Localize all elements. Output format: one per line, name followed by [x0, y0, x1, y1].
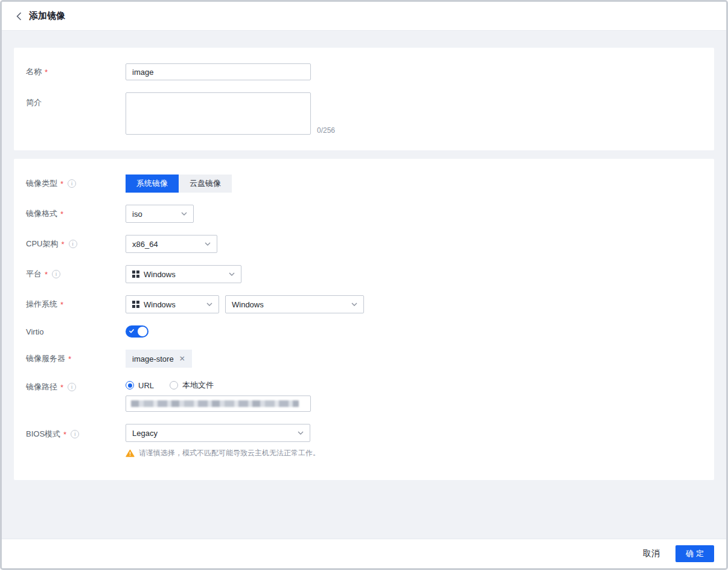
windows-logo-icon [132, 271, 139, 278]
virtio-toggle[interactable] [126, 325, 148, 338]
add-image-page: 添加镜像 名称 * 简介 0/256 [0, 0, 728, 570]
url-input[interactable] [126, 395, 311, 412]
page-header: 添加镜像 [2, 2, 726, 31]
chevron-down-icon [298, 431, 304, 435]
os-label: 操作系统 [26, 299, 57, 310]
radio-local-file[interactable]: 本地文件 [170, 380, 214, 391]
image-type-tabs: 系统镜像 云盘镜像 [126, 175, 232, 193]
required-mark: * [61, 240, 64, 249]
os-version-select[interactable]: Windows [225, 295, 364, 313]
required-mark: * [68, 354, 71, 363]
name-label: 名称 [26, 66, 42, 77]
platform-select[interactable]: Windows [126, 265, 241, 283]
info-icon[interactable]: i [68, 383, 76, 391]
confirm-button[interactable]: 确定 [675, 545, 714, 562]
info-icon[interactable]: i [68, 179, 76, 188]
radio-url[interactable]: URL [126, 381, 154, 390]
check-icon [129, 328, 135, 334]
platform-value: Windows [144, 270, 176, 279]
bios-mode-select[interactable]: Legacy [126, 424, 310, 442]
os-family-value: Windows [144, 300, 176, 309]
os-family-select[interactable]: Windows [126, 295, 219, 313]
chevron-down-icon [205, 242, 211, 246]
radio-url-label: URL [138, 381, 154, 390]
footer-bar: 取消 确定 [2, 539, 726, 568]
description-textarea[interactable] [126, 92, 311, 135]
chevron-left-icon [16, 12, 22, 21]
windows-logo-icon [132, 301, 139, 308]
platform-label: 平台 [26, 269, 42, 280]
bios-mode-label: BIOS模式 [26, 429, 60, 440]
image-format-label: 镜像格式 [26, 208, 57, 219]
cancel-button[interactable]: 取消 [643, 548, 660, 559]
page-title: 添加镜像 [29, 10, 65, 22]
image-format-select[interactable]: iso [126, 205, 194, 223]
char-counter: 0/256 [317, 126, 335, 135]
remove-tag-icon[interactable]: ✕ [179, 354, 185, 363]
os-version-value: Windows [232, 300, 264, 309]
description-label: 简介 [26, 97, 42, 108]
redacted-url-value [131, 400, 299, 407]
radio-local-label: 本地文件 [182, 380, 214, 391]
virtio-label: Virtio [26, 327, 43, 336]
image-type-label: 镜像类型 [26, 178, 57, 189]
bios-warning-text: 请谨慎选择，模式不匹配可能导致云主机无法正常工作。 [139, 448, 320, 458]
required-mark: * [60, 210, 63, 219]
radio-dot [126, 381, 134, 389]
cpu-arch-label: CPU架构 [26, 239, 58, 249]
cpu-arch-select[interactable]: x86_64 [126, 235, 217, 253]
required-mark: * [60, 300, 63, 309]
bios-mode-value: Legacy [132, 429, 158, 438]
tab-system-image[interactable]: 系统镜像 [126, 175, 179, 193]
image-format-value: iso [132, 210, 142, 219]
chevron-down-icon [229, 272, 235, 276]
bios-mode-controls: Legacy 请谨慎选择，模式不匹配可能导致云主机无法正常工作。 [126, 424, 320, 458]
image-server-label: 镜像服务器 [26, 353, 65, 364]
bios-warning: 请谨慎选择，模式不匹配可能导致云主机无法正常工作。 [126, 448, 320, 458]
required-mark: * [60, 179, 63, 188]
form-area: 名称 * 简介 0/256 镜像类型 * i [2, 31, 726, 539]
image-path-controls: URL 本地文件 [126, 380, 311, 412]
radio-dot [170, 381, 178, 389]
required-mark: * [63, 430, 66, 439]
basic-info-card: 名称 * 简介 0/256 [14, 48, 714, 150]
image-server-tag: image-store ✕ [126, 350, 192, 368]
info-icon[interactable]: i [52, 270, 60, 278]
chevron-down-icon [206, 303, 212, 306]
name-input[interactable] [126, 63, 311, 80]
cpu-arch-value: x86_64 [132, 240, 158, 249]
toggle-knob [138, 327, 147, 336]
info-icon[interactable]: i [69, 240, 77, 248]
image-detail-card: 镜像类型 * i 系统镜像 云盘镜像 镜像格式 * iso [14, 159, 714, 480]
image-path-label: 镜像路径 [26, 382, 57, 392]
required-mark: * [45, 68, 48, 77]
required-mark: * [60, 383, 63, 392]
back-button[interactable] [16, 12, 22, 21]
required-mark: * [45, 270, 48, 279]
info-icon[interactable]: i [71, 430, 79, 438]
warning-icon [126, 449, 135, 457]
chevron-down-icon [351, 303, 357, 306]
chevron-down-icon [181, 212, 187, 216]
tab-volume-image[interactable]: 云盘镜像 [179, 175, 232, 193]
image-server-tag-label: image-store [132, 354, 174, 363]
